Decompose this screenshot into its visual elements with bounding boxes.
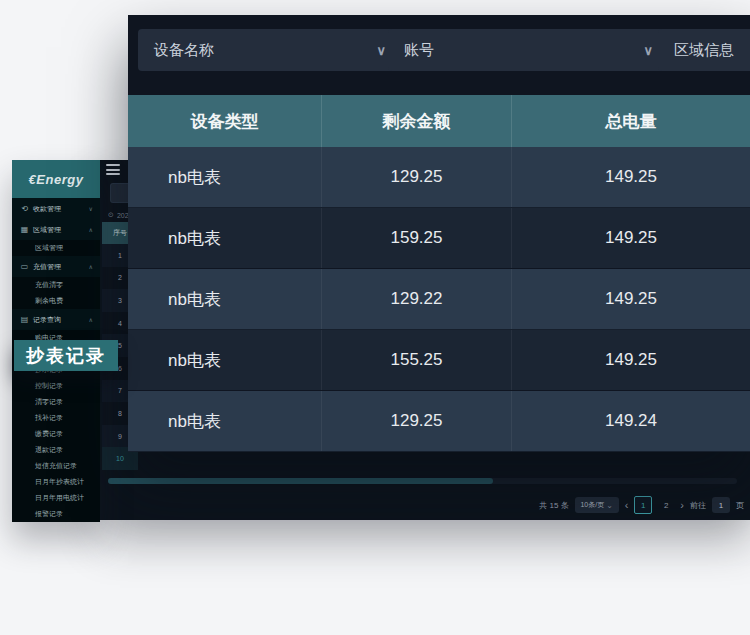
sidebar-item-sms-recharge-records[interactable]: 短信充值记录 bbox=[12, 458, 100, 474]
column-header-device-type: 设备类型 bbox=[128, 95, 322, 147]
sidebar-item-remaining-fee[interactable]: 剩余电费 bbox=[12, 293, 100, 309]
cell-remaining-amount: 155.25 bbox=[322, 330, 512, 390]
sidebar-group-record-query[interactable]: ▤ 记录查询 ∧ bbox=[12, 309, 100, 330]
clock-icon: ⊙ bbox=[108, 211, 114, 219]
goto-suffix: 页 bbox=[736, 500, 744, 511]
chevron-down-icon: ∨ bbox=[643, 43, 653, 58]
page-button-2[interactable]: 2 bbox=[658, 497, 674, 513]
sidebar-group-region-mgmt[interactable]: ▦ 区域管理 ∧ bbox=[12, 219, 100, 240]
building-icon: ▦ bbox=[20, 225, 29, 234]
sidebar-item-alarm-records[interactable]: 报警记录 bbox=[12, 506, 100, 522]
sidebar-group-recharge-mgmt[interactable]: ▭ 充值管理 ∧ bbox=[12, 256, 100, 277]
sidebar-item-adjustment-records[interactable]: 找补记录 bbox=[12, 410, 100, 426]
dropdown-label: 账号 bbox=[404, 41, 434, 60]
goto-page-input[interactable] bbox=[712, 497, 730, 513]
horizontal-scrollbar-track[interactable] bbox=[108, 478, 737, 484]
app-logo: €Energy bbox=[12, 160, 100, 198]
coin-icon: ⟲ bbox=[20, 204, 29, 213]
cell-device-type: nb电表 bbox=[128, 147, 322, 207]
prev-page-button[interactable]: ‹ bbox=[625, 500, 629, 511]
cell-device-type: nb电表 bbox=[128, 208, 322, 268]
next-page-button[interactable]: › bbox=[680, 500, 684, 511]
dropdown-label: 区域信息 bbox=[674, 41, 734, 60]
cell-remaining-amount: 129.25 bbox=[322, 391, 512, 451]
sidebar-item-power-usage-stats[interactable]: 日月年用电统计 bbox=[12, 490, 100, 506]
sidebar-group-label: 记录查询 bbox=[33, 315, 61, 325]
cell-remaining-amount: 129.22 bbox=[322, 269, 512, 329]
chevron-down-icon: ∨ bbox=[376, 43, 386, 58]
region-info-dropdown[interactable]: 区域信息 ∨ bbox=[658, 29, 750, 71]
table-row: nb电表 129.25 149.24 bbox=[128, 391, 750, 452]
date-value: 202 bbox=[117, 212, 129, 219]
dropdown-label: 设备名称 bbox=[154, 41, 214, 60]
chevron-up-icon: ∧ bbox=[89, 263, 93, 270]
sidebar-group-label: 收款管理 bbox=[33, 204, 61, 214]
pagination-total: 共 15 条 bbox=[539, 500, 568, 511]
goto-label: 前往 bbox=[690, 500, 706, 511]
sidebar-item-refund-records[interactable]: 退款记录 bbox=[12, 442, 100, 458]
cell-total-power: 149.25 bbox=[512, 269, 750, 329]
pagination: 共 15 条 10条/页 ⌄ ‹ 1 2 › 前往 页 bbox=[539, 496, 744, 514]
page-button-1[interactable]: 1 bbox=[634, 496, 652, 514]
cell-total-power: 149.25 bbox=[512, 330, 750, 390]
cell-remaining-amount: 159.25 bbox=[322, 208, 512, 268]
cell-total-power: 149.24 bbox=[512, 391, 750, 451]
menu-toggle-icon[interactable] bbox=[106, 164, 120, 175]
doc-icon: ▤ bbox=[20, 315, 29, 324]
cell-total-power: 149.25 bbox=[512, 208, 750, 268]
table-row: nb电表 129.25 149.25 bbox=[128, 147, 750, 208]
cell-device-type: nb电表 bbox=[128, 330, 322, 390]
chevron-down-icon: ∨ bbox=[89, 205, 93, 212]
sidebar-item-region-mgmt[interactable]: 区域管理 bbox=[12, 240, 100, 256]
sidebar-item-meter-reading-stats[interactable]: 日月年抄表统计 bbox=[12, 474, 100, 490]
cell-total-power: 149.25 bbox=[512, 147, 750, 207]
account-dropdown[interactable]: 账号 ∨ bbox=[388, 29, 669, 71]
chevron-up-icon: ∧ bbox=[89, 226, 93, 233]
zoomed-meter-reading-label: 抄表记录 bbox=[14, 340, 118, 371]
sidebar-item-payment-records[interactable]: 缴费记录 bbox=[12, 426, 100, 442]
sidebar-item-control-records[interactable]: 控制记录 bbox=[12, 378, 100, 394]
column-header-remaining-amount: 剩余金额 bbox=[322, 95, 512, 147]
page-size-select[interactable]: 10条/页 ⌄ bbox=[575, 497, 619, 513]
table-row: nb电表 155.25 149.25 bbox=[128, 330, 750, 391]
sidebar-group-label: 区域管理 bbox=[33, 225, 61, 235]
table-header-row: 设备类型 剩余金额 总电量 bbox=[128, 95, 750, 147]
screenshot-stage: 实时抄表 ⊙ 202 序号 1 2 3 4 5 6 7 8 9 10 共 15 … bbox=[0, 0, 750, 635]
column-header-total-power: 总电量 bbox=[512, 95, 750, 147]
cell-device-type: nb电表 bbox=[128, 269, 322, 329]
table-row: nb电表 159.25 149.25 bbox=[128, 208, 750, 269]
cell-device-type: nb电表 bbox=[128, 391, 322, 451]
horizontal-scrollbar-thumb[interactable] bbox=[108, 478, 493, 484]
sidebar-group-payment-mgmt[interactable]: ⟲ 收款管理 ∨ bbox=[12, 198, 100, 219]
device-name-dropdown[interactable]: 设备名称 ∨ bbox=[138, 29, 402, 71]
page-size-value: 10条/页 bbox=[580, 500, 604, 510]
sidebar-group-label: 充值管理 bbox=[33, 262, 61, 272]
zoomed-table-panel: 设备名称 ∨ 账号 ∨ 区域信息 ∨ 设备类型 剩余金额 总电量 nb电表 12… bbox=[128, 15, 750, 452]
chevron-down-icon: ⌄ bbox=[606, 501, 613, 510]
cell-remaining-amount: 129.25 bbox=[322, 147, 512, 207]
records-table: 设备类型 剩余金额 总电量 nb电表 129.25 149.25 nb电表 15… bbox=[128, 95, 750, 452]
chevron-up-icon: ∧ bbox=[89, 316, 93, 323]
sidebar-item-recharge-clear[interactable]: 充值清零 bbox=[12, 277, 100, 293]
sidebar-item-clear-records[interactable]: 清零记录 bbox=[12, 394, 100, 410]
table-row: nb电表 129.22 149.25 bbox=[128, 269, 750, 330]
card-icon: ▭ bbox=[20, 262, 29, 271]
